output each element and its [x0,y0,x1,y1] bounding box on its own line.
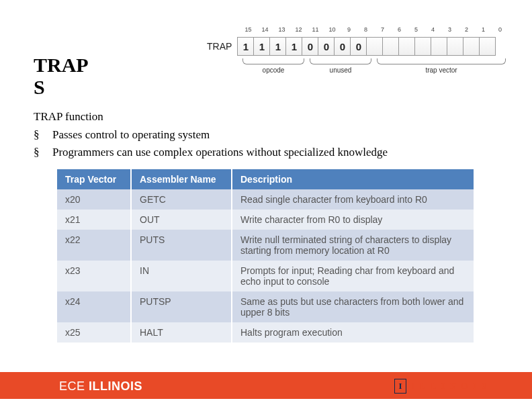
title-line1: TRAP [34,54,89,76]
th-assembler-name: Assembler Name [131,169,232,189]
bit-cell: 1 [253,37,270,56]
title-line2: S [34,76,89,98]
bit-cell [414,37,431,56]
section-sign-icon: § [34,144,43,161]
bit-cell [479,37,496,56]
field-braces: opcode unused trap vector [240,57,508,74]
bit-cell: 0 [334,37,351,56]
ece-illinois-logo: ECE ILLINOIS [59,379,142,394]
bit-numbers: 15 14 13 12 11 10 9 8 7 6 5 4 3 2 1 0 [240,26,508,33]
bit-cell: 1 [285,37,302,56]
bullet-text: Passes control to operating system [52,127,210,144]
table-row: x24 PUTSP Same as puts but use character… [57,291,474,322]
subtitle: TRAP function [34,109,388,126]
th-description: Description [232,169,474,189]
bit-cell [463,37,480,56]
trap-instruction-diagram: 15 14 13 12 11 10 9 8 7 6 5 4 3 2 1 0 TR… [207,37,496,56]
diagram-label: TRAP [207,41,232,52]
table-row: x23 IN Prompts for input; Reading char f… [57,261,474,291]
bit-cell [447,37,463,56]
bit-cell [398,37,415,56]
bit-cell [431,37,447,56]
brace-unused: unused [307,57,374,74]
illinois-spaced-text: ILLINOIS [412,381,492,392]
table-row: x21 OUT Write character from R0 to displ… [57,210,474,230]
bit-cell: 1 [269,37,286,56]
bullet-item: § Passes control to operating system [34,127,388,144]
ece-text: ECE [59,379,89,393]
section-sign-icon: § [34,127,43,144]
bit-cell: 0 [318,37,335,56]
bullet-text: Programmers can use complex operations w… [52,144,388,161]
trap-table: Trap Vector Assembler Name Description x… [57,169,474,342]
illinois-text: ILLINOIS [89,379,142,393]
table-row: x20 GETC Read single character from keyb… [57,189,474,210]
table-row: x25 HALT Halts program execution [57,322,474,342]
slide-title: TRAP S [34,54,89,98]
brace-opcode: opcode [240,57,307,74]
bit-cell: 0 [350,37,367,56]
illinois-wordmark: I ILLINOIS [394,379,492,394]
brace-trapvector: trap vector [374,57,508,74]
bit-cell [366,37,383,56]
block-i-icon: I [394,379,406,394]
body-text: TRAP function § Passes control to operat… [34,109,388,161]
th-trap-vector: Trap Vector [57,169,131,189]
table-row: x22 PUTS Write null terminated string of… [57,230,474,261]
bit-cell: 1 [237,37,254,56]
bit-cell: 0 [302,37,318,56]
bullet-item: § Programmers can use complex operations… [34,144,388,161]
bit-cell [382,37,399,56]
